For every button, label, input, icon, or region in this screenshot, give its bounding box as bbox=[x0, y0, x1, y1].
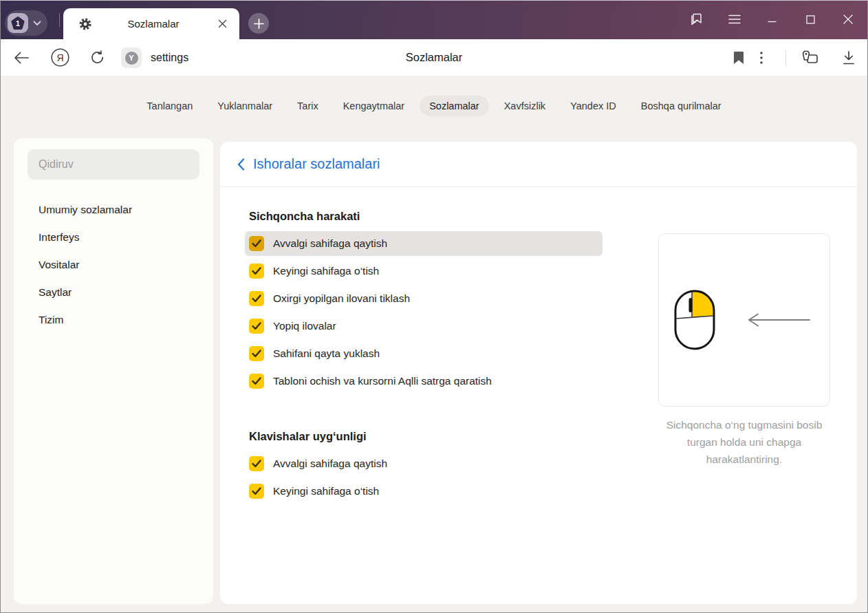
check-icon bbox=[252, 377, 261, 385]
option-row[interactable]: Tabloni ochish va kursorni Aqlli satrga … bbox=[245, 369, 603, 394]
sidebar-item-vositalar[interactable]: Vositalar bbox=[14, 251, 213, 279]
option-label: Oxirgi yopilgan ilovani tiklash bbox=[273, 292, 410, 305]
new-tab-button[interactable] bbox=[248, 13, 269, 34]
search-input[interactable] bbox=[28, 149, 199, 180]
nav-tab-xavfsizlik[interactable]: Xavfsizlik bbox=[495, 96, 555, 116]
sidebar: Umumiy sozlamalar Interfeys Vositalar Sa… bbox=[14, 138, 213, 604]
sidebar-item-umumiy-sozlamalar[interactable]: Umumiy sozlamalar bbox=[14, 196, 213, 224]
checkbox-checked[interactable] bbox=[249, 236, 264, 251]
option-label: Tabloni ochish va kursorni Aqlli satrga … bbox=[273, 375, 492, 387]
checkbox-checked[interactable] bbox=[249, 484, 264, 499]
checkbox-checked[interactable] bbox=[249, 374, 264, 389]
browser-menu-button[interactable] bbox=[723, 3, 746, 35]
gear-icon bbox=[78, 17, 92, 31]
option-label: Keyingi sahifaga o‘tish bbox=[273, 265, 379, 277]
option-row[interactable]: Keyingi sahifaga o‘tish bbox=[245, 259, 603, 283]
toolbar: Я Y settings Sozlamalar bbox=[0, 39, 868, 76]
settings-nav: Tanlangan Yuklanmalar Tarix Kengaytmalar… bbox=[0, 96, 868, 116]
nav-tab-tanlangan[interactable]: Tanlangan bbox=[137, 96, 202, 116]
minimize-button[interactable] bbox=[760, 3, 783, 35]
chevron-down-icon[interactable] bbox=[33, 21, 41, 26]
check-icon bbox=[252, 487, 261, 495]
yandex-logo-button[interactable]: Я bbox=[50, 39, 69, 76]
checkbox-checked[interactable] bbox=[249, 291, 264, 306]
svg-text:1: 1 bbox=[16, 19, 20, 27]
option-label: Yopiq ilovalar bbox=[273, 320, 336, 332]
check-icon bbox=[252, 267, 261, 275]
close-icon bbox=[218, 19, 227, 28]
settings-back-link[interactable]: Ishoralar sozlamalari bbox=[220, 142, 857, 187]
section-title-mouse: Sichqoncha harakati bbox=[249, 208, 616, 224]
nav-tab-boshqa-qurilmalar[interactable]: Boshqa qurilmalar bbox=[631, 96, 731, 116]
bookmark-icon bbox=[733, 51, 744, 65]
sidebar-item-interfeys[interactable]: Interfeys bbox=[14, 224, 213, 251]
option-label: Keyingi sahifaga o‘tish bbox=[273, 485, 379, 497]
nav-tab-yuklanmalar[interactable]: Yuklanmalar bbox=[208, 96, 282, 116]
option-label: Avvalgi sahifaga qaytish bbox=[273, 237, 387, 250]
yandex-logo-icon: Я bbox=[51, 48, 69, 67]
refresh-icon bbox=[89, 50, 105, 65]
sidebar-item-saytlar[interactable]: Saytlar bbox=[14, 279, 213, 306]
search-box[interactable] bbox=[28, 149, 199, 180]
close-window-button[interactable] bbox=[836, 3, 860, 35]
option-label: Avvalgi sahifaga qaytish bbox=[273, 458, 387, 470]
bookmark-button[interactable] bbox=[729, 39, 748, 76]
key-card-icon bbox=[800, 50, 819, 66]
main-panel: Ishoralar sozlamalari Sichqoncha harakat… bbox=[220, 142, 857, 604]
nav-tab-kengaytmalar[interactable]: Kengaytmalar bbox=[334, 96, 414, 116]
option-row[interactable]: Oxirgi yopilgan ilovani tiklash bbox=[245, 286, 603, 311]
check-icon bbox=[252, 239, 261, 248]
nav-tab-sozlamalar[interactable]: Sozlamalar bbox=[420, 96, 489, 116]
mouse-illustration bbox=[674, 290, 715, 350]
refresh-button[interactable] bbox=[88, 39, 106, 76]
side-panel-bookmarks-button[interactable] bbox=[684, 3, 708, 35]
maximize-icon bbox=[806, 15, 815, 24]
option-row[interactable]: Keyingi sahifaga o‘tish bbox=[245, 479, 603, 504]
back-arrow-icon bbox=[13, 51, 30, 65]
kebab-icon bbox=[760, 52, 763, 64]
passwords-button[interactable] bbox=[799, 39, 821, 76]
bookmarks-panel-icon bbox=[688, 12, 704, 27]
option-row[interactable]: Avvalgi sahifaga qaytish bbox=[245, 231, 603, 256]
tab-close-button[interactable] bbox=[215, 17, 230, 32]
hamburger-icon bbox=[728, 14, 741, 24]
checkbox-checked[interactable] bbox=[249, 456, 264, 471]
options-column: Sichqoncha harakati Avvalgi sahifaga qay… bbox=[245, 208, 616, 506]
option-label: Sahifani qayta yuklash bbox=[273, 347, 380, 360]
toolbar-divider bbox=[785, 50, 786, 66]
illustration-caption: Sichqoncha o‘ng tugmasini bosib turgan h… bbox=[650, 416, 838, 468]
active-tab[interactable]: Sozlamalar bbox=[63, 8, 239, 39]
checkbox-checked[interactable] bbox=[249, 319, 264, 334]
section-title-keys: Klavishalar uyg‘unligi bbox=[249, 428, 616, 444]
option-row[interactable]: Avvalgi sahifaga qaytish bbox=[245, 451, 603, 476]
address-text[interactable]: settings bbox=[151, 39, 188, 76]
site-favicon[interactable]: Y bbox=[121, 47, 142, 68]
option-row[interactable]: Sahifani qayta yuklash bbox=[245, 341, 603, 366]
sidebar-item-tizim[interactable]: Tizim bbox=[14, 306, 213, 334]
downloads-button[interactable] bbox=[839, 39, 858, 76]
tab-title: Sozlamalar bbox=[92, 18, 215, 30]
option-row[interactable]: Yopiq ilovalar bbox=[245, 314, 603, 338]
svg-text:Я: Я bbox=[56, 52, 63, 63]
tab-group-badge[interactable]: 1 bbox=[8, 13, 28, 33]
check-icon bbox=[252, 460, 261, 468]
close-icon bbox=[843, 14, 853, 24]
checkbox-checked[interactable] bbox=[249, 264, 264, 279]
more-actions-button[interactable] bbox=[753, 39, 770, 76]
titlebar: 1 Sozlamalar bbox=[0, 0, 868, 39]
back-button[interactable] bbox=[12, 39, 30, 76]
checkbox-checked[interactable] bbox=[249, 346, 264, 361]
nav-tab-tarix[interactable]: Tarix bbox=[287, 96, 328, 116]
check-icon bbox=[252, 322, 261, 330]
yandex-y-icon: Y bbox=[125, 52, 138, 65]
nav-tab-yandex-id[interactable]: Yandex ID bbox=[561, 96, 626, 116]
download-icon bbox=[842, 50, 856, 65]
maximize-button[interactable] bbox=[799, 3, 822, 35]
tab-counter-shield-icon: 1 bbox=[10, 16, 25, 31]
chevron-left-icon bbox=[237, 158, 245, 171]
check-icon bbox=[252, 349, 261, 358]
minimize-icon bbox=[768, 15, 777, 24]
left-arrow-icon bbox=[746, 312, 812, 327]
plus-icon bbox=[254, 19, 264, 29]
tab-group-widget[interactable]: 1 bbox=[5, 10, 47, 36]
